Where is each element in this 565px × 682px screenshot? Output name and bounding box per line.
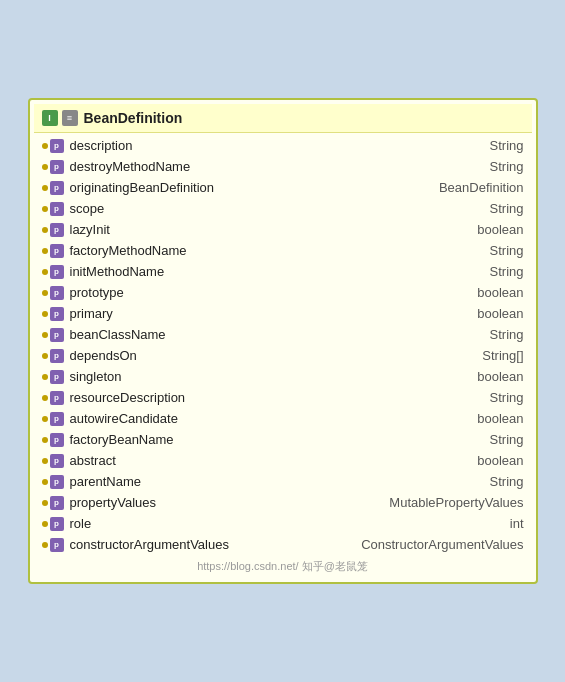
property-name: originatingBeanDefinition	[70, 180, 384, 195]
property-icon: p	[50, 328, 64, 342]
property-name: primary	[70, 306, 384, 321]
table-row: p parentName String	[34, 471, 532, 492]
dot-icon	[42, 479, 48, 485]
property-type: String	[384, 201, 524, 216]
property-name: factoryMethodName	[70, 243, 384, 258]
property-type: int	[384, 516, 524, 531]
property-type: boolean	[384, 369, 524, 384]
dot-icon	[42, 248, 48, 254]
property-name: role	[70, 516, 384, 531]
table-row: p destroyMethodName String	[34, 156, 532, 177]
property-type: String	[384, 390, 524, 405]
property-icon: p	[50, 349, 64, 363]
property-name: description	[70, 138, 384, 153]
property-icon: p	[50, 307, 64, 321]
table-row: p dependsOn String[]	[34, 345, 532, 366]
property-type: boolean	[384, 285, 524, 300]
property-icon: p	[50, 538, 64, 552]
properties-list: p description String p destroyMethodName…	[34, 135, 532, 555]
dot-icon	[42, 290, 48, 296]
property-icon: p	[50, 370, 64, 384]
class-header: I ≡ BeanDefinition	[34, 104, 532, 133]
property-type: boolean	[384, 222, 524, 237]
property-icon: p	[50, 391, 64, 405]
dot-icon	[42, 437, 48, 443]
table-row: p factoryMethodName String	[34, 240, 532, 261]
property-icon: p	[50, 223, 64, 237]
property-name: prototype	[70, 285, 384, 300]
property-type: boolean	[384, 306, 524, 321]
dot-icon	[42, 206, 48, 212]
table-row: p singleton boolean	[34, 366, 532, 387]
property-icon: p	[50, 181, 64, 195]
property-name: constructorArgumentValues	[70, 537, 362, 552]
table-row: p initMethodName String	[34, 261, 532, 282]
property-type: BeanDefinition	[384, 180, 524, 195]
property-name: parentName	[70, 474, 384, 489]
table-row: p originatingBeanDefinition BeanDefiniti…	[34, 177, 532, 198]
property-icon: p	[50, 244, 64, 258]
dot-icon	[42, 458, 48, 464]
dot-icon	[42, 542, 48, 548]
property-type: String	[384, 264, 524, 279]
property-type: String	[384, 159, 524, 174]
property-icon: p	[50, 412, 64, 426]
class-title: BeanDefinition	[84, 110, 183, 126]
dot-icon	[42, 395, 48, 401]
property-name: singleton	[70, 369, 384, 384]
dot-icon	[42, 269, 48, 275]
property-name: abstract	[70, 453, 384, 468]
property-icon: p	[50, 139, 64, 153]
dot-icon	[42, 521, 48, 527]
property-name: beanClassName	[70, 327, 384, 342]
dot-icon	[42, 332, 48, 338]
property-icon: p	[50, 160, 64, 174]
dot-icon	[42, 227, 48, 233]
property-type: String	[384, 327, 524, 342]
property-icon: p	[50, 286, 64, 300]
property-name: autowireCandidate	[70, 411, 384, 426]
property-icon: p	[50, 265, 64, 279]
table-row: p constructorArgumentValues ConstructorA…	[34, 534, 532, 555]
property-icon: p	[50, 496, 64, 510]
property-name: scope	[70, 201, 384, 216]
interface-icon: I	[42, 110, 58, 126]
property-icon: p	[50, 475, 64, 489]
dot-icon	[42, 311, 48, 317]
property-type: ConstructorArgumentValues	[361, 537, 523, 552]
table-row: p lazyInit boolean	[34, 219, 532, 240]
property-name: resourceDescription	[70, 390, 384, 405]
table-row: p beanClassName String	[34, 324, 532, 345]
property-type: String	[384, 138, 524, 153]
watermark-text: https://blog.csdn.net/ 知乎@老鼠笼	[34, 555, 532, 578]
dot-icon	[42, 500, 48, 506]
table-row: p abstract boolean	[34, 450, 532, 471]
dot-icon	[42, 374, 48, 380]
table-row: p scope String	[34, 198, 532, 219]
dot-icon	[42, 353, 48, 359]
dot-icon	[42, 164, 48, 170]
table-row: p factoryBeanName String	[34, 429, 532, 450]
property-type: boolean	[384, 411, 524, 426]
property-icon: p	[50, 202, 64, 216]
table-row: p prototype boolean	[34, 282, 532, 303]
property-name: initMethodName	[70, 264, 384, 279]
property-type: String	[384, 432, 524, 447]
table-row: p resourceDescription String	[34, 387, 532, 408]
property-name: destroyMethodName	[70, 159, 384, 174]
table-row: p autowireCandidate boolean	[34, 408, 532, 429]
property-type: MutablePropertyValues	[384, 495, 524, 510]
property-name: lazyInit	[70, 222, 384, 237]
property-icon: p	[50, 517, 64, 531]
table-row: p primary boolean	[34, 303, 532, 324]
property-type: String	[384, 474, 524, 489]
class-type-icon: ≡	[62, 110, 78, 126]
property-type: boolean	[384, 453, 524, 468]
property-name: factoryBeanName	[70, 432, 384, 447]
property-name: propertyValues	[70, 495, 384, 510]
dot-icon	[42, 185, 48, 191]
property-icon: p	[50, 433, 64, 447]
property-name: dependsOn	[70, 348, 384, 363]
table-row: p propertyValues MutablePropertyValues	[34, 492, 532, 513]
property-icon: p	[50, 454, 64, 468]
